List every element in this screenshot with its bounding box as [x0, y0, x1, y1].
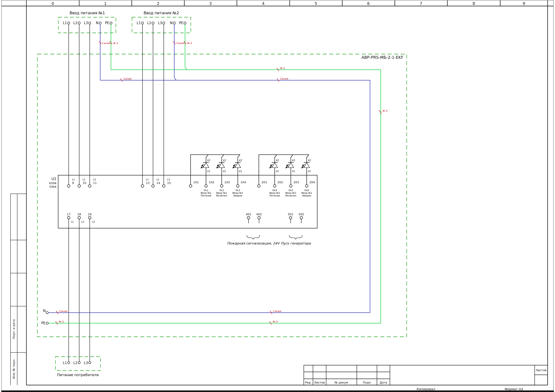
led-caption-hl4: HL4Ввод №2Питание [269, 189, 280, 197]
n-terminal-label: N [43, 309, 46, 313]
led-symbols: x2 x1 x2 x1 x2 x1 x2 x1 [201, 159, 311, 173]
power-input-2-title: Ввод питания №2 [144, 11, 179, 15]
neutral-wires [49, 24, 370, 313]
led-caption-hl1: HL1Ввод №1Питание [201, 189, 212, 197]
led-pin-label: x2 [308, 159, 311, 162]
schematic-page: 0 1 2 3 4 5 6 7 8 9 Подп. и дата Инв. № … [0, 0, 555, 392]
u1-term-num: 204 [309, 181, 315, 184]
wire-color-label-blue: Синий [102, 42, 110, 45]
led-symbol-hl6: x2 x1 [301, 159, 311, 173]
ruler-number: 4 [262, 1, 265, 6]
led-pin-label: x1 [239, 170, 242, 173]
led-caption-hl6: HL6Ввод №2Авария [301, 189, 312, 197]
u1-term-num: 101 [193, 181, 199, 184]
led-caption-hl5: HL5Ввод №2Включен [285, 189, 296, 197]
led-id: HL5 [289, 189, 293, 192]
footer: Копировал Формат А3 [417, 387, 523, 391]
led-id: HL2 [219, 189, 224, 192]
led-group-1 [190, 155, 240, 185]
led-pin-label: x1 [223, 170, 226, 173]
u1-term-phase: L3 [167, 178, 170, 181]
u1-breaking: 50kA [49, 185, 56, 188]
footer-copied-label: Копировал [417, 387, 435, 391]
u1-term-phase: L3 [92, 220, 95, 223]
led-func: Питание [201, 194, 211, 197]
wire-color-label-blue: Синий [124, 77, 131, 80]
u1-term-num: 103 [224, 181, 230, 184]
led-src: Ввод №2 [285, 192, 296, 194]
led-src: Ввод №1 [233, 192, 243, 194]
led-id: HL6 [305, 189, 309, 192]
wire-color-label-green: Ж-З [187, 42, 192, 45]
u1-term-num: 15 [167, 181, 171, 185]
led-symbol-hl2: x2 x1 [217, 159, 226, 173]
u1-term-num: 14 [156, 181, 160, 185]
bottom-edge-bar [1, 391, 554, 392]
ruler-number: 9 [523, 1, 525, 6]
terminal-label-l2: L2 [147, 21, 151, 25]
u1-name: U1 [51, 177, 56, 181]
power-input-2: Ввод питания №2 L1 L2 L3 N PE [132, 11, 191, 33]
led-group-2 [259, 155, 309, 185]
terminal-label-l3: L3 [84, 21, 88, 25]
led-symbol-hl4: x2 x1 [270, 159, 279, 173]
titleblock-sheets-right-label: Листов [536, 369, 547, 372]
terminal-label-n: N [170, 21, 173, 25]
u1-term-num: 10 [82, 181, 86, 185]
ruler-number: 1 [104, 1, 107, 6]
ruler-number: 8 [473, 1, 475, 6]
led-pin-label: x2 [223, 159, 226, 162]
terminal-label-n: N [96, 21, 98, 25]
led-pin-label: x1 [292, 170, 295, 173]
u1-term-num: 9 [72, 181, 74, 185]
wire-color-label-green: Ж-З [113, 42, 118, 45]
led-id: HL4 [272, 189, 277, 192]
u1-term-num: 11 [93, 181, 97, 185]
led-src: Ввод №2 [301, 192, 312, 194]
u1-device: U1 630A 50kA L1 9 L2 10 L3 11 L1 13 L2 1… [49, 175, 317, 228]
led-caption-hl2: HL2Ввод №1Включен [216, 189, 227, 197]
u1-term-num: 104 [241, 181, 246, 184]
u1-term-phase: L2 [156, 178, 159, 181]
led-symbol-hl5: x2 x1 [286, 159, 295, 173]
strip-label-inventory: Инв. № подл. [12, 359, 15, 379]
terminal-label-l2: L2 [73, 21, 77, 25]
title-block: Ред. Листов № докум Подп Дата Листов [304, 365, 548, 385]
titleblock-doc-label: № докум [335, 381, 348, 384]
wire-color-label-green: Ж-З [382, 109, 387, 112]
led-caption-hl3: HL3Ввод №1Авария [233, 189, 243, 197]
generator-start-caption: Пуск генератора [281, 241, 311, 245]
wire-color-label-blue: Синий [59, 310, 67, 313]
consumer-title: Питание потребителя [57, 373, 99, 377]
u1-term-phase: L1 [72, 178, 75, 181]
led-func: Авария [233, 194, 242, 197]
led-func: Включен [285, 194, 296, 197]
led-symbol-hl3: x2 x1 [233, 159, 242, 173]
led-pin-label: x1 [308, 170, 311, 173]
led-pin-label: x2 [292, 159, 295, 162]
wire-color-label-green: Ж-З [280, 67, 285, 70]
led-id: HL3 [235, 189, 240, 192]
u1-current: 630A [49, 181, 57, 185]
footer-format-label: Формат А3 [505, 387, 523, 391]
u1-term-num: 201 [262, 181, 267, 184]
u1-term-num: 19 [88, 213, 92, 216]
led-src: Ввод №1 [201, 192, 212, 194]
terminal-label-l1: L1 [63, 21, 67, 25]
ruler-band: 0 1 2 3 4 5 6 7 8 9 [1, 0, 554, 6]
u1-term-num: 18 [77, 213, 81, 216]
u1-term-num: 502 [299, 213, 304, 216]
wire-color-label-green: Ж-З [272, 320, 278, 323]
u1-term-num: 501 [288, 213, 293, 216]
led-src: Ввод №2 [269, 192, 280, 194]
left-margin-strip: Подп. и дата Инв. № подл. [10, 194, 26, 385]
ruler-number: 6 [367, 1, 370, 6]
u1-term-phase: L1 [146, 178, 149, 181]
ruler-number: 5 [315, 1, 317, 6]
u1-term-phase: L1 [71, 220, 74, 223]
led-symbol-hl1: x2 x1 [201, 159, 210, 173]
u1-term-num: 102 [209, 181, 214, 184]
terminal-label-l3: L3 [158, 21, 162, 25]
wire-color-label-blue: Синий [176, 42, 184, 45]
u1-term-num: 401 [246, 213, 251, 216]
